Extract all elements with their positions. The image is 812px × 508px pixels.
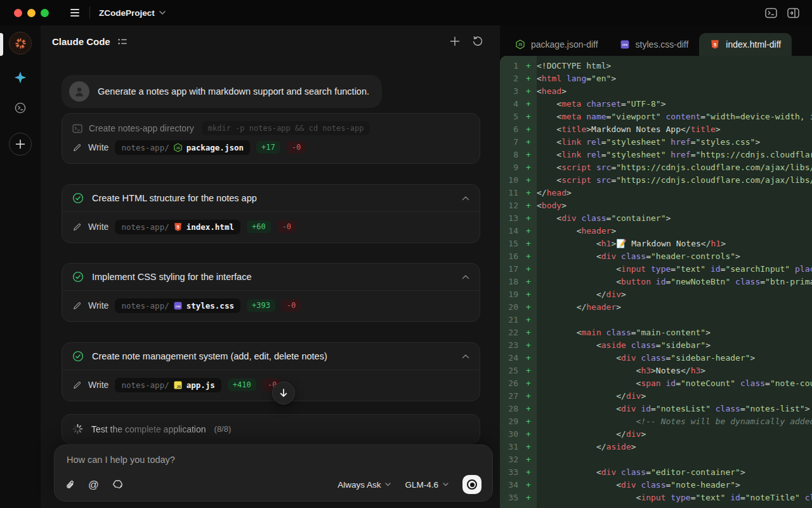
diff-line: 9+ <script src="https://cdnjs.cloudflare… (500, 161, 812, 174)
brain-icon (112, 479, 124, 490)
task-list-icon[interactable] (117, 37, 128, 46)
diff-line: 12+<body> (500, 199, 812, 212)
svg-text:5: 5 (176, 224, 179, 229)
file-chip[interactable]: notes-app/ JS package.json (115, 140, 250, 155)
tab-index-html-diff[interactable]: 5 index.html-diff (699, 33, 792, 56)
diff-line: 29+ <!-- Notes will be dynamically added… (500, 415, 812, 428)
line-number: 17 (500, 263, 524, 276)
task-card: Create notes-app directory mkdir -p note… (62, 113, 480, 164)
thinking-mode-button[interactable] (112, 479, 124, 490)
minimize-window-button[interactable] (27, 9, 36, 17)
line-number: 32 (500, 453, 524, 466)
record-icon (467, 479, 477, 490)
attach-file-button[interactable] (65, 479, 75, 490)
lines-added-badge: +60 (247, 220, 271, 233)
chevron-down-icon (443, 483, 449, 486)
lines-added-badge: +410 (228, 378, 256, 391)
file-chip[interactable]: notes-app/ css styles.css (115, 298, 240, 313)
code-text: <div id="notesList" class="notes-list"> (537, 403, 812, 415)
code-text: <div class="sidebar-header"> (537, 352, 812, 364)
history-button[interactable] (472, 36, 483, 47)
diff-line: 25+ <h3>Notes</h3> (500, 364, 812, 377)
file-write-row: Write notes-app/ JS package.json +17 -0 (72, 138, 469, 157)
collapse-button[interactable] (462, 354, 469, 359)
task-title: Create note management system (add, edit… (92, 351, 327, 361)
diff-added-marker: + (524, 441, 537, 453)
diff-added-marker: + (524, 377, 537, 390)
close-window-button[interactable] (14, 9, 22, 17)
diff-line: 11+</head> (500, 187, 812, 199)
plus-icon (15, 139, 25, 149)
collapse-button[interactable] (462, 196, 469, 201)
terminal-icon[interactable] (765, 8, 777, 18)
project-selector[interactable]: ZCodeProject (99, 8, 166, 18)
task-card-header[interactable]: Create HTML structure for the notes app (62, 185, 480, 212)
zoom-window-button[interactable] (41, 9, 49, 17)
line-number: 31 (500, 441, 524, 453)
task-card-header[interactable]: Create note management system (add, edit… (62, 343, 480, 370)
diff-line: 27+ </div> (500, 390, 812, 403)
task-title: Create HTML structure for the notes app (92, 193, 257, 203)
line-number: 3 (500, 85, 524, 98)
css-file-icon: css (173, 301, 183, 311)
diff-line: 18+ <button id="newNoteBtn" class="btn-p… (500, 276, 812, 288)
diff-code-view[interactable]: 1+<!DOCTYPE html>2+<html lang="en">3+<he… (500, 56, 812, 508)
new-workspace-button[interactable] (9, 133, 32, 156)
tab-package-json-diff[interactable]: JS package.json-diff (504, 33, 609, 56)
diff-added-marker: + (524, 199, 537, 212)
chat-scroll-area[interactable]: Generate a notes app with markdown suppo… (41, 57, 500, 508)
svg-text:css: css (175, 304, 180, 307)
task-card-header[interactable]: Implement CSS styling for the interface (62, 264, 480, 291)
code-text: <h3>Notes</h3> (537, 364, 812, 377)
diff-line: 20+ </header> (500, 301, 812, 314)
diff-added-marker: + (524, 326, 537, 339)
code-text: <body> (537, 199, 812, 212)
line-number: 10 (500, 174, 524, 187)
diff-added-marker: + (524, 352, 537, 364)
write-label: Write (88, 380, 108, 390)
collapse-button[interactable] (462, 274, 469, 279)
code-text (537, 314, 812, 326)
task-card: Create HTML structure for the notes app … (62, 184, 480, 243)
file-chip[interactable]: notes-app/ JS app.js (115, 378, 221, 392)
permission-mode-value: Always Ask (337, 480, 381, 490)
line-number: 16 (500, 250, 524, 263)
model-dropdown[interactable]: GLM-4.6 (405, 480, 449, 490)
page-title: Claude Code (52, 36, 110, 47)
titlebar-divider (89, 6, 90, 19)
diff-added-marker: + (524, 212, 537, 225)
code-text: <button id="newNoteBtn" class="btn-prima… (537, 276, 812, 288)
session-history-button[interactable] (14, 102, 27, 114)
voice-input-button[interactable] (462, 475, 481, 494)
tab-styles-css-diff[interactable]: css styles.css-diff (609, 33, 700, 56)
diff-added-marker: + (524, 225, 537, 237)
diff-line: 10+ <script src="https://cdnjs.cloudflar… (500, 174, 812, 187)
code-text: <div class="editor-container"> (537, 466, 812, 479)
code-text: <input type="text" id="noteTitle" class=… (537, 491, 812, 504)
code-text: <head> (537, 85, 812, 98)
mention-button[interactable]: @ (88, 479, 99, 490)
menu-icon[interactable] (68, 6, 82, 19)
claude-workspace-button[interactable] (9, 32, 32, 55)
permission-mode-dropdown[interactable]: Always Ask (337, 480, 391, 490)
diff-added-marker: + (524, 276, 537, 288)
diff-added-marker: + (524, 428, 537, 441)
new-chat-button[interactable] (450, 36, 460, 46)
diff-added-marker: + (524, 390, 537, 403)
file-path: notes-app/ (121, 301, 169, 311)
toggle-side-panel-icon[interactable] (787, 8, 799, 18)
diff-line: 4+ <meta charset="UTF-8"> (500, 98, 812, 110)
check-circle-icon (72, 271, 84, 283)
composer-input[interactable] (64, 453, 483, 466)
diff-added-marker: + (524, 479, 537, 491)
line-number: 15 (500, 237, 524, 250)
file-chip[interactable]: notes-app/ 5 index.html (115, 220, 240, 234)
assistant-button[interactable] (13, 70, 27, 84)
code-text: <html lang="en"> (537, 72, 812, 85)
task-card: Implement CSS styling for the interface … (62, 263, 480, 322)
svg-text:5: 5 (714, 42, 716, 48)
json-file-icon: JS (515, 39, 525, 50)
task-progress: (8/8) (214, 424, 232, 434)
scroll-to-bottom-button[interactable] (272, 382, 295, 404)
person-icon (74, 86, 85, 97)
